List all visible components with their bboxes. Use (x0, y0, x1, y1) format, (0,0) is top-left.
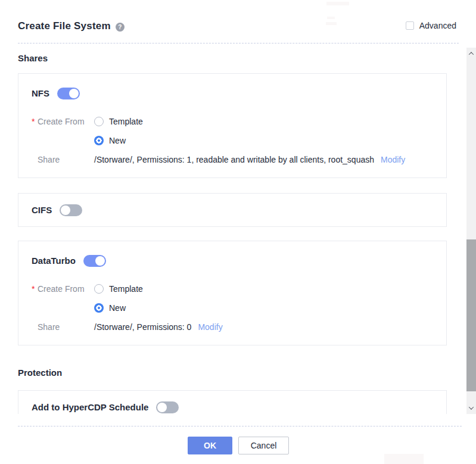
screen-artifact (326, 22, 337, 25)
radio-unselected-icon[interactable] (94, 284, 104, 294)
cifs-label: CIFS (32, 205, 52, 215)
scroll-down-button[interactable] (466, 403, 476, 413)
radio-new[interactable]: New (94, 135, 143, 147)
dataturbo-label: DataTurbo (32, 256, 76, 266)
hypercdp-card: Add to HyperCDP Schedule (18, 390, 447, 414)
radio-label: New (109, 302, 126, 314)
screen-artifact (327, 17, 335, 19)
chevron-up-icon (469, 52, 474, 57)
help-icon[interactable]: ? (116, 23, 125, 32)
page-title: Create File System (18, 20, 111, 33)
hypercdp-toggle[interactable] (156, 401, 179, 413)
share-value: /Storware/, Permissions: 1, readable and… (94, 154, 374, 166)
advanced-checkbox[interactable] (406, 21, 414, 30)
screen-artifact (384, 454, 424, 464)
toggle-knob (69, 89, 79, 98)
radio-label: Template (109, 116, 143, 127)
advanced-label: Advanced (419, 21, 456, 30)
required-mark: * (32, 283, 38, 295)
footer-separator (18, 426, 462, 426)
advanced-option[interactable]: Advanced (406, 21, 456, 30)
dataturbo-modify-link[interactable]: Modify (198, 321, 222, 333)
scrollbar-thumb[interactable] (466, 239, 476, 391)
nfs-modify-link[interactable]: Modify (381, 154, 405, 166)
toggle-knob (61, 205, 70, 215)
radio-selected-icon[interactable] (94, 303, 104, 313)
dataturbo-toggle[interactable] (83, 255, 106, 267)
cifs-card: CIFS (18, 193, 447, 227)
create-from-label: *Create From (32, 283, 94, 295)
chevron-down-icon (469, 404, 474, 409)
create-from-label: *Create From (32, 116, 94, 127)
scroll-up-button[interactable] (466, 49, 476, 58)
nfs-label: NFS (32, 88, 49, 98)
top-separator (18, 43, 459, 43)
radio-template[interactable]: Template (94, 116, 143, 127)
radio-label: New (109, 135, 126, 147)
protection-section-heading: Protection (18, 367, 447, 378)
scrollbar[interactable] (466, 48, 476, 414)
share-label: Share (32, 321, 94, 333)
shares-section-heading: Shares (18, 52, 447, 64)
hypercdp-label: Add to HyperCDP Schedule (32, 402, 148, 412)
cifs-toggle[interactable] (60, 204, 82, 216)
radio-new[interactable]: New (94, 302, 143, 314)
form-scroll-area: Shares NFS *Create From Template New (0, 48, 466, 414)
nfs-toggle[interactable] (57, 88, 80, 99)
ok-button[interactable]: OK (188, 437, 232, 454)
dialog-header: Create File System ? Advanced (18, 20, 456, 33)
share-label: Share (32, 154, 94, 166)
toggle-knob (157, 403, 167, 412)
cancel-button[interactable]: Cancel (238, 437, 289, 454)
nfs-card: NFS *Create From Template New Share (18, 73, 447, 178)
required-mark: * (32, 116, 38, 127)
dataturbo-card: DataTurbo *Create From Template New (18, 241, 447, 345)
radio-unselected-icon[interactable] (94, 117, 104, 126)
toggle-knob (95, 256, 105, 266)
screen-artifact (326, 2, 349, 5)
radio-template[interactable]: Template (94, 283, 143, 295)
share-value: /Storware/, Permissions: 0 (94, 321, 191, 333)
radio-selected-icon[interactable] (94, 136, 104, 145)
radio-label: Template (109, 283, 143, 295)
